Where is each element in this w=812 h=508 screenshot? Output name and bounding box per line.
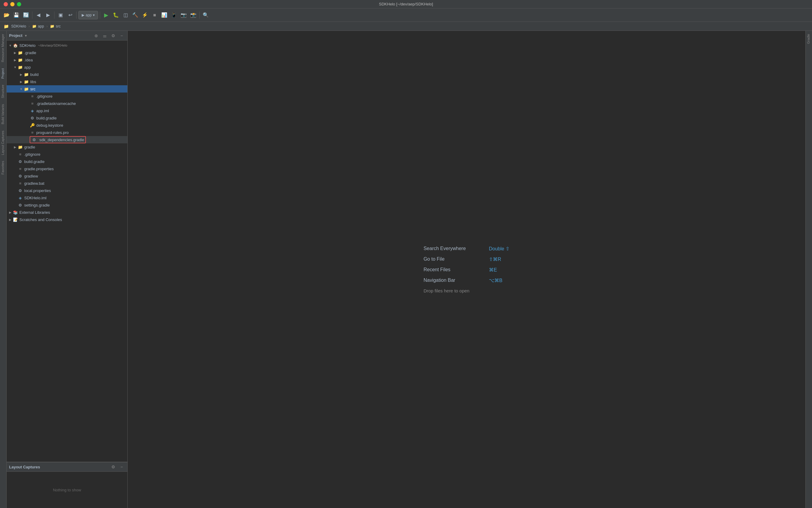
open-folder-button[interactable]: 📂 <box>2 11 11 19</box>
search-everywhere-button[interactable]: 🔍 <box>201 11 210 19</box>
appiml-label: app.iml <box>36 109 49 113</box>
gitignore-app-label: .gitignore <box>36 94 52 98</box>
sidebar-item-build-variants[interactable]: Build Variants <box>0 101 6 127</box>
separator-1 <box>32 11 32 19</box>
minimize-button[interactable] <box>10 2 14 6</box>
sdk-deps-icon: ⚙ <box>32 137 37 142</box>
search-everywhere-shortcut: Double ⇧ <box>489 246 510 252</box>
run-config-arrow: ▾ <box>93 13 95 17</box>
sidebar-item-structure[interactable]: Structure <box>0 82 6 101</box>
sync-gradle-button[interactable]: ⚡ <box>141 11 149 19</box>
sdk-deps-label: sdk_dependencies.gradle <box>39 138 84 142</box>
profile-button[interactable]: 📊 <box>160 11 168 19</box>
layout-captures-panel: Layout Captures ⚙ − Nothing to show <box>7 462 127 508</box>
gradle-root-label: gradle <box>24 145 35 150</box>
src-folder-icon: 📁 <box>24 86 29 92</box>
crosshair-button[interactable]: ⊕ <box>93 32 99 39</box>
toolbar: 📂 💾 🔄 ◀ ▶ ▣ ↩ ▶ app ▾ ▶ 🐛 ◫ 🔨 ⚡ ■ 📊 📱 📷 … <box>0 8 812 22</box>
breadcrumb-src[interactable]: 📁 src <box>50 24 60 29</box>
tree-item-buildgradle-root[interactable]: ▶ ⚙ build.gradle <box>7 158 127 165</box>
hint-navigation-bar: Navigation Bar ⌥⌘B <box>423 278 502 283</box>
project-panel-header: Project ▼ ⊕ ⚌ ⚙ − <box>7 31 127 41</box>
stop-button[interactable]: ■ <box>150 11 159 19</box>
breadcrumb-app[interactable]: 📁 app <box>32 24 44 29</box>
close-button[interactable] <box>4 2 8 6</box>
keystore-icon: 🔑 <box>30 122 35 128</box>
buildgradle-root-icon: ⚙ <box>17 159 23 164</box>
undo-button[interactable]: ↩ <box>66 11 74 19</box>
tree-item-sdkheloiml[interactable]: ▶ ◈ SDKHelo.iml <box>7 194 127 201</box>
tree-item-scratches[interactable]: ▶ 📝 Scratches and Consoles <box>7 216 127 223</box>
gradlewbat-label: gradlew.bat <box>24 181 44 186</box>
scratches-label: Scratches and Consoles <box>19 217 62 222</box>
sync-button[interactable]: 🔄 <box>22 11 30 19</box>
tree-item-app[interactable]: ▼ 📁 app <box>7 64 127 71</box>
drop-files-label: Drop files here to open <box>423 288 484 293</box>
window-title: SDKHelo [~/dev/aep/SDKHelo] <box>379 2 433 6</box>
file-tree[interactable]: ▼ 🏠 SDKHelo ~/dev/aep/SDKHelo ▶ 📁 .gradl… <box>7 41 127 462</box>
sidebar-item-favorites[interactable]: Favorites <box>0 158 6 177</box>
external-libs-icon: 📚 <box>13 210 18 215</box>
tree-item-external-libs[interactable]: ▶ 📚 External Libraries <box>7 209 127 216</box>
project-dropdown-arrow[interactable]: ▼ <box>24 34 28 38</box>
src-label: src <box>30 87 35 91</box>
breadcrumb-icon: 📁 <box>4 24 9 29</box>
sidebar-item-gradle[interactable]: Gradle <box>806 31 812 47</box>
layout-captures-title: Layout Captures <box>9 465 108 469</box>
maximize-button[interactable] <box>17 2 21 6</box>
arrow-sdkhelo: ▼ <box>8 43 13 48</box>
sidebar-item-layout-captures[interactable]: Layout Captures <box>0 128 6 158</box>
tree-item-settingsgradle[interactable]: ▶ ⚙ settings.gradle <box>7 201 127 209</box>
arrow-app: ▼ <box>13 65 17 70</box>
tree-item-proguard[interactable]: ▶ ≡ proguard-rules.pro <box>7 129 127 136</box>
filter-button[interactable]: ⚌ <box>102 32 108 39</box>
run-button[interactable]: ▶ <box>102 11 111 19</box>
settings-button[interactable]: ⚙ <box>110 32 117 39</box>
tree-item-gradlecache[interactable]: ▶ ≡ .gradletasknamecache <box>7 100 127 107</box>
tree-item-gradleprops[interactable]: ▶ ≡ gradle.properties <box>7 165 127 172</box>
forward-button[interactable]: ▶ <box>44 11 52 19</box>
save-button[interactable]: 💾 <box>12 11 21 19</box>
tree-item-gitignore-root[interactable]: ▶ ≡ .gitignore <box>7 151 127 158</box>
tree-item-gradle-hidden[interactable]: ▶ 📁 .gradle <box>7 49 127 56</box>
keystore-label: debug.keystore <box>36 123 63 128</box>
layout-captures-minimize[interactable]: − <box>118 464 125 470</box>
gradle-root-icon: 📁 <box>17 144 23 150</box>
build-button[interactable]: 🔨 <box>131 11 139 19</box>
presentation-button[interactable]: ▣ <box>56 11 65 19</box>
tree-item-sdkhelo-root[interactable]: ▼ 🏠 SDKHelo ~/dev/aep/SDKHelo <box>7 42 127 49</box>
arrow-scratches: ▶ <box>8 217 13 222</box>
sidebar-item-resource-manager[interactable]: Resource Manager <box>0 31 6 65</box>
gradlew-icon: ⚙ <box>17 173 23 179</box>
layout-captures-empty: Nothing to show <box>53 488 81 492</box>
device-button[interactable]: 📱 <box>170 11 178 19</box>
tree-item-gradle-root[interactable]: ▶ 📁 gradle <box>7 143 127 151</box>
tree-item-idea[interactable]: ▶ 📁 .idea <box>7 56 127 64</box>
buildgradle-label: build.gradle <box>36 116 56 120</box>
run-coverage-button[interactable]: ◫ <box>121 11 130 19</box>
back-button[interactable]: ◀ <box>34 11 43 19</box>
window-controls[interactable] <box>4 2 21 6</box>
separator-3 <box>76 11 77 19</box>
run-config-button[interactable]: ▶ app ▾ <box>78 11 98 19</box>
external-libs-label: External Libraries <box>19 210 50 215</box>
sidebar-item-project[interactable]: Project <box>0 65 6 82</box>
tree-item-src[interactable]: ▼ 📁 src <box>7 85 127 92</box>
tree-item-buildgradle[interactable]: ▶ ⚙ build.gradle <box>7 114 127 122</box>
tree-item-gitignore-app[interactable]: ▶ ≡ .gitignore <box>7 92 127 100</box>
tree-item-build[interactable]: ▶ 📁 build <box>7 71 127 78</box>
tree-item-libs[interactable]: ▶ 📁 libs <box>7 78 127 85</box>
debug-button[interactable]: 🐛 <box>112 11 120 19</box>
tree-item-appiml[interactable]: ▶ ◈ app.iml <box>7 107 127 114</box>
layout-captures-settings[interactable]: ⚙ <box>110 464 117 470</box>
snapshot-button[interactable]: 📸 <box>189 11 198 19</box>
tree-item-gradlew[interactable]: ▶ ⚙ gradlew <box>7 172 127 180</box>
avd-button[interactable]: 📷 <box>179 11 188 19</box>
tree-item-localprops[interactable]: ▶ ⚙ local.properties <box>7 187 127 194</box>
minimize-panel-button[interactable]: − <box>118 32 125 39</box>
tree-item-sdk-dependencies[interactable]: ▶ ⚙ sdk_dependencies.gradle <box>7 136 127 143</box>
app-folder-icon: 📁 <box>17 65 23 70</box>
tree-item-gradlewbat[interactable]: ▶ ≡ gradlew.bat <box>7 180 127 187</box>
breadcrumb-sdkhelo[interactable]: SDKHelo <box>11 24 26 29</box>
tree-item-keystore[interactable]: ▶ 🔑 debug.keystore <box>7 122 127 129</box>
